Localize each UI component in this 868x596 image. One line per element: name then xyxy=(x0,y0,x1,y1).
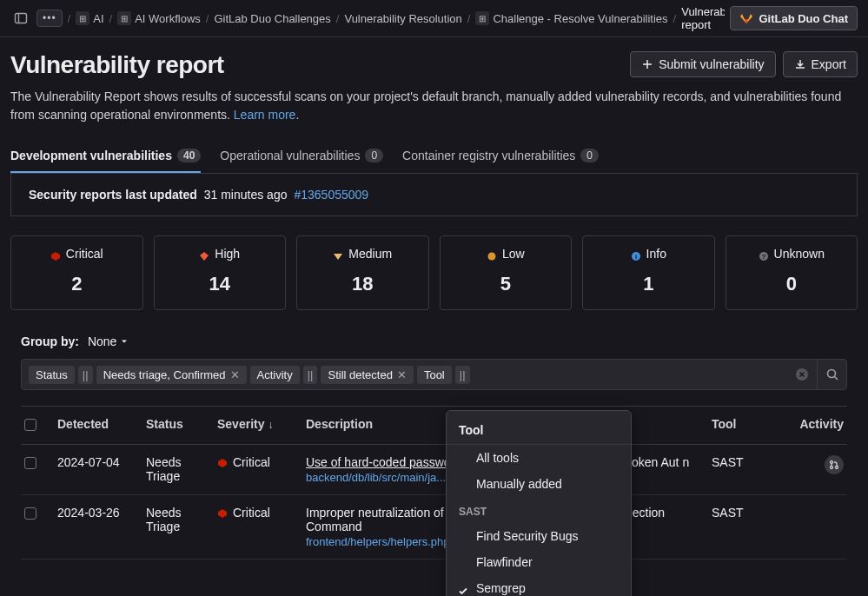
chat-button-label: GitLab Duo Chat xyxy=(759,12,848,25)
description-text: The Vulnerability Report shows results o… xyxy=(10,89,841,122)
close-icon[interactable]: ✕ xyxy=(230,368,240,381)
tool-filter-dropdown[interactable]: Tool All tools Manually added SAST Find … xyxy=(446,410,632,596)
tool-cell: SAST xyxy=(712,506,790,520)
vulnerability-table: Detected Status Severity ↓ Description I… xyxy=(21,406,847,560)
updated-label: Security reports last updated xyxy=(29,188,197,202)
filter-operator: || xyxy=(78,366,93,384)
export-button[interactable]: Export xyxy=(783,51,858,77)
status-cell: Needs Triage xyxy=(146,506,215,533)
card-count: 1 xyxy=(590,273,707,295)
tab-badge: 0 xyxy=(365,149,383,162)
pipeline-link[interactable]: #1365055009 xyxy=(294,188,368,202)
breadcrumb-label: Challenge - Resolve Vulnerabilities xyxy=(493,12,667,25)
col-detected[interactable]: Detected xyxy=(57,417,144,431)
filter-token-status-key[interactable]: Status xyxy=(29,366,75,384)
filter-token-tool-key[interactable]: Tool xyxy=(417,366,452,384)
card-low[interactable]: Low 5 xyxy=(440,235,573,310)
filter-token-activity-key[interactable]: Activity xyxy=(250,366,300,384)
check-icon xyxy=(457,583,469,596)
button-label: Submit vulnerability xyxy=(659,57,764,71)
tab-label: Development vulnerabilities xyxy=(10,149,172,162)
breadcrumb-item[interactable]: Vulnerability Resolution xyxy=(344,12,461,25)
breadcrumb-item[interactable]: ⊞AI xyxy=(76,11,103,25)
svg-text:i: i xyxy=(634,253,636,261)
top-bar: ••• / ⊞AI / ⊞AI Workflows / GitLab Duo C… xyxy=(0,0,868,37)
severity-icon: i xyxy=(631,248,641,259)
submit-vulnerability-button[interactable]: Submit vulnerability xyxy=(630,51,775,77)
card-label: Info xyxy=(646,247,666,261)
breadcrumb-item[interactable]: GitLab Duo Challenges xyxy=(214,12,330,25)
breadcrumb-item[interactable]: ⊞AI Workflows xyxy=(117,11,201,25)
breadcrumb-label: AI xyxy=(93,12,103,25)
tab-container-registry[interactable]: Container registry vulnerabilities 0 xyxy=(402,140,599,173)
dropdown-section: SAST xyxy=(447,497,631,523)
severity-cards: Critical 2 High 14 Medium 18 Low 5 iInfo… xyxy=(10,235,858,310)
group-by-dropdown[interactable]: None xyxy=(88,334,129,348)
card-count: 5 xyxy=(447,273,565,295)
status-cell: Needs Triage xyxy=(146,455,215,483)
severity-cell: Critical xyxy=(217,455,304,469)
dropdown-title: Tool xyxy=(447,414,631,445)
severity-icon xyxy=(487,248,497,259)
tab-operational[interactable]: Operational vulnerabilities 0 xyxy=(220,140,383,173)
card-info[interactable]: iInfo 1 xyxy=(582,235,715,310)
filter-bar[interactable]: Status || Needs triage, Confirmed ✕ Acti… xyxy=(21,359,847,390)
sidebar-toggle-icon[interactable] xyxy=(10,8,31,29)
table-row[interactable]: 2024-03-26 Needs Triage Critical Imprope… xyxy=(21,495,847,560)
gitlab-duo-chat-button[interactable]: GitLab Duo Chat xyxy=(730,6,858,30)
search-icon[interactable] xyxy=(817,360,846,389)
filter-operator: || xyxy=(455,366,470,384)
card-count: 14 xyxy=(162,273,279,295)
col-severity[interactable]: Severity ↓ xyxy=(217,417,304,431)
more-breadcrumbs-icon[interactable]: ••• xyxy=(36,10,63,27)
card-label: Unknown xyxy=(774,247,825,261)
group-by-row: Group by: None xyxy=(21,334,858,348)
sort-down-icon: ↓ xyxy=(268,419,273,431)
filter-operator: || xyxy=(303,366,318,384)
button-label: Export xyxy=(812,57,846,71)
dropdown-item-manually-added[interactable]: Manually added xyxy=(447,471,631,497)
learn-more-link[interactable]: Learn more xyxy=(234,108,296,122)
card-critical[interactable]: Critical 2 xyxy=(10,235,143,310)
detected-cell: 2024-07-04 xyxy=(57,455,144,469)
breadcrumb-label: GitLab Duo Challenges xyxy=(214,12,330,25)
clear-filters-icon[interactable] xyxy=(787,360,817,389)
severity-cell: Critical xyxy=(217,506,304,520)
dropdown-item-flawfinder[interactable]: Flawfinder xyxy=(447,549,631,575)
table-row[interactable]: 2024-07-04 Needs Triage Critical Use of … xyxy=(21,445,847,495)
severity-icon xyxy=(217,455,228,469)
row-checkbox[interactable] xyxy=(24,507,36,520)
severity-icon: ? xyxy=(759,248,769,259)
svg-point-14 xyxy=(836,467,838,469)
card-label: Medium xyxy=(348,247,392,261)
tab-label: Operational vulnerabilities xyxy=(220,149,360,162)
row-checkbox[interactable] xyxy=(24,457,36,469)
svg-point-4 xyxy=(487,253,495,261)
severity-icon xyxy=(217,506,228,520)
col-status[interactable]: Status xyxy=(146,417,215,431)
tab-development[interactable]: Development vulnerabilities 40 xyxy=(10,140,201,173)
card-medium[interactable]: Medium 18 xyxy=(296,235,429,310)
dropdown-item-semgrep[interactable]: Semgrep xyxy=(447,575,631,596)
filter-token-status-value[interactable]: Needs triage, Confirmed ✕ xyxy=(96,366,247,384)
close-icon[interactable]: ✕ xyxy=(397,368,407,381)
dropdown-item-find-security-bugs[interactable]: Find Security Bugs xyxy=(447,523,631,549)
card-high[interactable]: High 14 xyxy=(154,235,287,310)
breadcrumb-item[interactable]: ⊞Challenge - Resolve Vulnerabilities xyxy=(475,11,667,25)
card-count: 2 xyxy=(18,273,136,295)
card-unknown[interactable]: ?Unknown 0 xyxy=(726,235,858,310)
severity-icon xyxy=(50,248,61,259)
breadcrumb-current: Vulnerability report xyxy=(681,5,725,31)
select-all-checkbox[interactable] xyxy=(24,419,36,431)
col-tool[interactable]: Tool xyxy=(712,417,790,431)
card-label: Critical xyxy=(66,247,103,261)
dropdown-item-all-tools[interactable]: All tools xyxy=(447,445,631,471)
svg-point-10 xyxy=(827,370,835,378)
merge-request-icon[interactable] xyxy=(825,455,844,474)
group-by-label: Group by: xyxy=(21,334,79,348)
filter-token-activity-value[interactable]: Still detected ✕ xyxy=(321,366,413,384)
tool-cell: SAST xyxy=(712,455,790,469)
svg-text:?: ? xyxy=(761,253,765,261)
col-activity[interactable]: Activity xyxy=(792,417,844,431)
card-label: Low xyxy=(502,247,525,261)
